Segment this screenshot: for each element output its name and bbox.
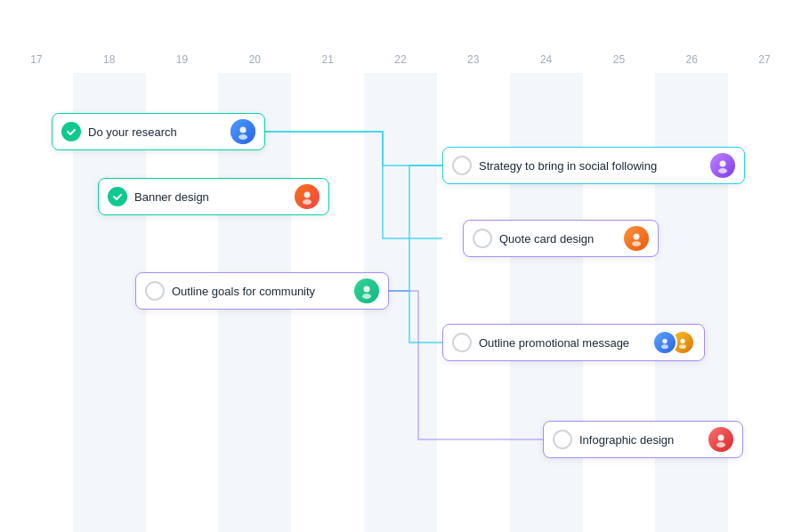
pending-icon-4 <box>452 156 472 175</box>
task-label-6: Outline promotional message <box>479 336 629 350</box>
avatar-1 <box>231 119 255 144</box>
svg-point-6 <box>720 161 726 167</box>
col-26: 26 <box>655 46 728 73</box>
svg-point-14 <box>718 435 724 441</box>
bg-col-27 <box>728 73 801 532</box>
task-label-3: Outline goals for community <box>172 285 315 298</box>
svg-point-4 <box>364 286 370 293</box>
svg-point-2 <box>304 192 311 198</box>
svg-point-8 <box>634 234 640 240</box>
svg-point-15 <box>716 442 725 447</box>
bg-col-24 <box>510 73 583 532</box>
avatar-5 <box>624 226 649 251</box>
timeline-header: 17 18 19 20 21 22 23 24 25 26 27 <box>0 46 801 73</box>
avatar-group-6 <box>652 330 695 355</box>
col-18: 18 <box>73 46 146 73</box>
avatar-7 <box>708 427 733 452</box>
col-24: 24 <box>510 46 583 73</box>
pending-icon-7 <box>553 430 572 449</box>
bg-col-26 <box>655 73 728 532</box>
task-outline-promotional[interactable]: Outline promotional message <box>442 324 705 361</box>
col-21: 21 <box>291 46 364 73</box>
col-19: 19 <box>146 46 219 73</box>
task-outline-goals[interactable]: Outline goals for community <box>135 272 389 310</box>
svg-point-5 <box>362 294 371 299</box>
avatar-3 <box>354 278 379 303</box>
pending-icon-6 <box>452 333 472 352</box>
task-label-5: Quote card design <box>499 232 594 246</box>
task-do-your-research[interactable]: Do your research <box>52 113 265 150</box>
svg-point-7 <box>718 168 727 173</box>
task-banner-design[interactable]: Banner design <box>98 178 329 215</box>
svg-point-9 <box>632 241 641 246</box>
svg-point-3 <box>303 199 312 205</box>
svg-point-0 <box>240 127 247 133</box>
task-quote-card[interactable]: Quote card design <box>463 220 659 257</box>
bg-col-25 <box>583 73 656 532</box>
col-27: 27 <box>728 46 801 73</box>
avatar-4 <box>710 153 735 178</box>
col-25: 25 <box>583 46 656 73</box>
completed-icon-2 <box>108 187 127 206</box>
col-20: 20 <box>218 46 291 73</box>
col-17: 17 <box>0 46 73 73</box>
task-label-1: Do your research <box>88 125 177 139</box>
task-strategy-social[interactable]: Strategy to bring in social following <box>442 147 745 184</box>
svg-point-10 <box>662 339 667 343</box>
completed-icon-1 <box>61 122 81 141</box>
col-22: 22 <box>364 46 437 73</box>
col-23: 23 <box>437 46 510 73</box>
svg-point-1 <box>239 134 247 140</box>
pending-icon-5 <box>473 229 492 248</box>
bg-col-23 <box>437 73 510 532</box>
svg-point-12 <box>680 339 684 343</box>
task-label-4: Strategy to bring in social following <box>479 159 657 173</box>
pending-icon-3 <box>145 281 165 301</box>
svg-point-13 <box>679 344 686 349</box>
task-label-2: Banner design <box>134 190 209 204</box>
avatar-2 <box>295 184 320 209</box>
svg-point-11 <box>661 344 668 349</box>
task-infographic[interactable]: Infographic design <box>543 421 743 458</box>
task-label-7: Infographic design <box>579 433 674 447</box>
